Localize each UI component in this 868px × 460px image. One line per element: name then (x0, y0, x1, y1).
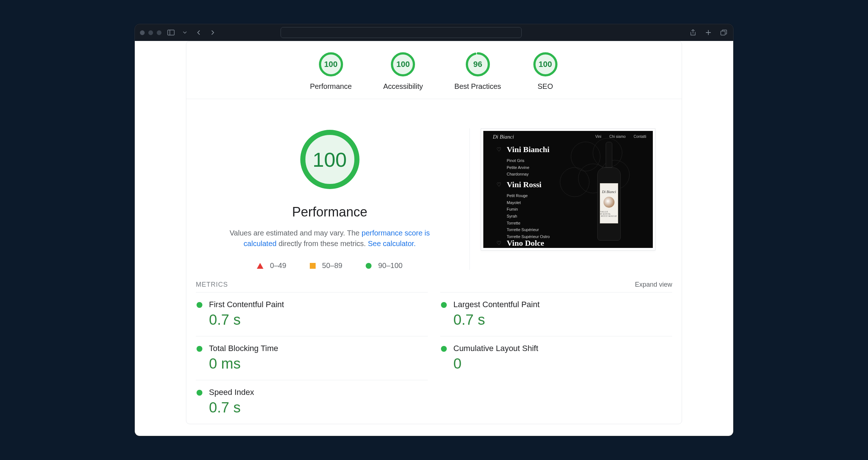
section-items: Petit Rouge Mayolet Fumin Syrah Torrette… (507, 192, 550, 240)
legend-label: 90–100 (378, 261, 403, 270)
heart-icon: ♡ (496, 240, 501, 246)
metric-value: 0.7 s (453, 312, 671, 328)
svg-point-17 (560, 167, 589, 197)
list-item: Torrette Supérieur (507, 226, 550, 233)
metric-value: 0.7 s (209, 399, 426, 416)
gauge-label: SEO (533, 82, 558, 91)
gauge-ring: 100 (533, 52, 558, 77)
zoom-dot[interactable] (157, 30, 161, 35)
list-item: Pinot Gris (507, 157, 549, 164)
thumbnail-content: Di Bianci Vini Chi siamo Contatti ♡ Vini… (483, 131, 653, 248)
status-dot-icon (197, 302, 202, 308)
hero-right: Di Bianci Vini Chi siamo Contatti ♡ Vini… (481, 128, 671, 270)
metric-name: First Contentful Paint (209, 300, 426, 309)
triangle-icon (257, 263, 263, 269)
close-dot[interactable] (140, 30, 145, 35)
forward-icon[interactable] (208, 28, 217, 37)
gauge-score: 100 (390, 52, 416, 77)
list-item: Mayolet (507, 199, 550, 206)
share-icon[interactable] (689, 28, 697, 37)
gauge-score: 100 (318, 52, 344, 77)
titlebar (135, 24, 733, 41)
gauge-seo[interactable]: 100 SEO (533, 52, 558, 91)
browser-window: 100 Performance 100 Accessibility 96 (134, 24, 734, 436)
site-nav: Vini Chi siamo Contatti (595, 135, 646, 139)
site-thumbnail: Di Bianci Vini Chi siamo Contatti ♡ Vini… (481, 128, 655, 250)
metric-si[interactable]: Speed Index 0.7 s (196, 380, 428, 424)
list-item: Chardonnay (507, 171, 549, 178)
wine-section-rossi: Vini Rossi Petit Rouge Mayolet Fumin Syr… (507, 180, 550, 240)
metric-fcp[interactable]: First Contentful Paint 0.7 s (196, 292, 428, 336)
list-item: Petit Rouge (507, 192, 550, 199)
section-items: Pinot Gris Petite Arvine Chardonnay (507, 157, 549, 178)
heart-icon: ♡ (496, 146, 501, 153)
address-bar[interactable] (281, 27, 522, 38)
site-brand: Di Bianci (493, 134, 514, 140)
list-item: Syrah (507, 213, 550, 220)
gauges-row: 100 Performance 100 Accessibility 96 (186, 52, 682, 99)
see-calculator-link[interactable]: See calculator. (368, 240, 416, 248)
square-icon (310, 263, 316, 269)
metric-name: Largest Contentful Paint (453, 300, 671, 309)
section-title: Vino Dolce (507, 238, 544, 248)
wine-section-bianchi: Vini Bianchi Pinot Gris Petite Arvine Ch… (507, 145, 549, 178)
metrics-header: METRICS Expand view (186, 281, 682, 289)
gauge-ring: 100 (318, 52, 344, 77)
status-dot-icon (441, 346, 447, 352)
metric-tbt[interactable]: Total Blocking Time 0 ms (196, 336, 428, 380)
heart-icon: ♡ (496, 181, 501, 188)
gauge-score: 96 (465, 52, 491, 77)
status-dot-icon (441, 302, 447, 308)
window-controls (140, 30, 161, 35)
gauge-label: Best Practices (454, 82, 501, 91)
svg-point-13 (571, 142, 600, 171)
nav-item: Contatti (634, 135, 646, 139)
svg-rect-2 (721, 31, 725, 35)
lighthouse-report: 100 Performance 100 Accessibility 96 (186, 41, 682, 424)
gauge-performance[interactable]: 100 Performance (310, 52, 352, 91)
new-tab-icon[interactable] (704, 28, 713, 37)
nav-item: Vini (595, 135, 602, 139)
status-dot-icon (197, 346, 202, 352)
hero-description: Values are estimated and may vary. The p… (228, 228, 432, 249)
sidebar-toggle-icon[interactable] (167, 28, 175, 37)
hero-gauge: 100 (299, 128, 361, 191)
metric-value: 0 (453, 355, 671, 372)
chevron-down-icon[interactable] (180, 28, 189, 37)
titlebar-right (689, 28, 728, 37)
section-title: Vini Rossi (507, 180, 550, 189)
gauge-accessibility[interactable]: 100 Accessibility (383, 52, 423, 91)
gauge-best-practices[interactable]: 96 Best Practices (454, 52, 501, 91)
hero-section: 100 Performance Values are estimated and… (186, 99, 682, 281)
legend-label: 0–49 (270, 261, 286, 270)
list-item: Fumin (507, 206, 550, 213)
gauge-label: Accessibility (383, 82, 423, 91)
legend-average: 50–89 (310, 261, 343, 270)
hero-desc-text: directly from these metrics. (277, 240, 368, 248)
hero-desc-text: Values are estimated and may vary. The (229, 229, 361, 237)
legend-pass: 90–100 (366, 261, 403, 270)
metrics-grid: First Contentful Paint 0.7 s Largest Con… (186, 289, 682, 424)
score-legend: 0–49 50–89 90–100 (257, 261, 403, 270)
gauge-score: 100 (533, 52, 558, 77)
tabs-overview-icon[interactable] (719, 28, 728, 37)
section-title: Vini Bianchi (507, 145, 549, 154)
metric-name: Speed Index (209, 388, 426, 397)
gauge-label: Performance (310, 82, 352, 91)
expand-view-button[interactable]: Expand view (635, 281, 672, 289)
list-item: Torrette (507, 220, 550, 227)
metric-value: 0 ms (209, 355, 426, 372)
metric-cls[interactable]: Cumulative Layout Shift 0 (440, 336, 672, 380)
gauge-ring: 100 (390, 52, 416, 77)
minimize-dot[interactable] (148, 30, 153, 35)
svg-rect-0 (168, 30, 174, 35)
bottle-brand: Di Bianci (602, 190, 616, 194)
legend-label: 50–89 (322, 261, 343, 270)
back-icon[interactable] (194, 28, 203, 37)
status-dot-icon (197, 390, 202, 396)
metric-lcp[interactable]: Largest Contentful Paint 0.7 s (440, 292, 672, 336)
hero-title: Performance (292, 204, 367, 220)
bottle-graphic (604, 197, 614, 208)
hero-left: 100 Performance Values are estimated and… (197, 128, 470, 270)
bottle-line: VALLE D'AOSTA (600, 211, 618, 215)
